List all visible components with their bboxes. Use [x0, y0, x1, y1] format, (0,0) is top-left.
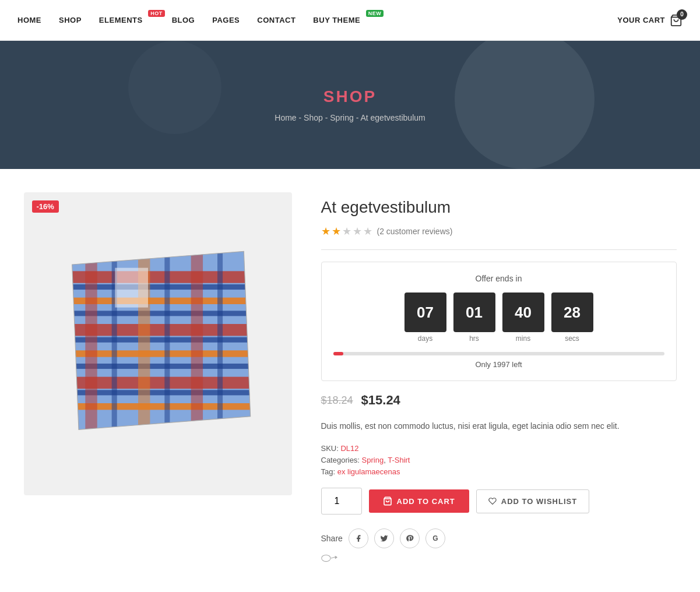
hero-banner: SHOP Home - Shop - Spring - At egetvesti… — [0, 41, 700, 169]
share-google-button[interactable]: G — [425, 528, 445, 548]
new-price: $15.24 — [361, 393, 400, 408]
stock-progress-bar — [333, 352, 664, 355]
tag-value[interactable]: ex ligulamaecenas — [337, 467, 400, 476]
category-tshirt[interactable]: T-Shirt — [388, 456, 410, 464]
cart-label: YOUR CART — [617, 16, 665, 24]
timer-blocks: 07 days 01 hrs 40 mins 28 secs — [333, 293, 664, 343]
tag-label: Tag: — [321, 467, 336, 476]
tag-row: Tag: ex ligulamaecenas — [321, 467, 677, 476]
nav-items: HOME SHOP ELEMENTS Hot BLOG PAGES CONTAC… — [17, 16, 617, 24]
svg-rect-15 — [85, 245, 97, 443]
timer-secs: 28 secs — [551, 293, 593, 343]
google-icon: G — [432, 534, 438, 542]
svg-line-30 — [189, 245, 191, 253]
timer-mins: 40 mins — [502, 293, 544, 343]
product-meta: SKU: DL12 Categories: Spring, T-Shirt Ta… — [321, 444, 677, 476]
offer-box: Offer ends in 07 days 01 hrs 40 mins 28 … — [321, 262, 677, 381]
nav-item-pages[interactable]: PAGES — [212, 16, 240, 24]
svg-line-31 — [245, 283, 256, 284]
heart-icon — [488, 497, 497, 505]
pinterest-icon — [406, 534, 414, 542]
share-twitter-button[interactable] — [374, 528, 394, 548]
timer-secs-number: 28 — [551, 293, 593, 332]
navbar: HOME SHOP ELEMENTS Hot BLOG PAGES CONTAC… — [0, 0, 700, 41]
email-icon — [321, 553, 337, 563]
offer-label: Offer ends in — [333, 274, 664, 283]
share-label: Share — [321, 534, 343, 543]
category-spring[interactable]: Spring — [362, 456, 384, 464]
categories-row: Categories: Spring, T-Shirt — [321, 456, 677, 464]
cart-icon-btn — [383, 496, 392, 506]
star-3: ★ — [342, 225, 351, 238]
svg-point-38 — [321, 555, 330, 562]
breadcrumb-spring[interactable]: Spring — [330, 113, 353, 122]
timer-days: 07 days — [404, 293, 446, 343]
nav-item-shop[interactable]: SHOP — [59, 16, 82, 24]
categories-label: Categories: — [321, 456, 360, 464]
svg-line-32 — [247, 303, 257, 304]
svg-line-25 — [124, 245, 125, 258]
add-cart-row: ADD TO CART ADD TO WISHLIST — [321, 488, 677, 515]
timer-hrs-number: 01 — [453, 293, 495, 332]
badge-new: New — [366, 10, 384, 17]
divider — [321, 249, 677, 250]
svg-line-24 — [110, 245, 111, 259]
timer-days-number: 07 — [404, 293, 446, 332]
sku-label: SKU: — [321, 444, 339, 453]
facebook-icon — [354, 534, 363, 542]
breadcrumb-home[interactable]: Home — [275, 113, 296, 122]
badge-hot: Hot — [148, 10, 165, 17]
svg-line-27 — [150, 245, 151, 255]
nav-item-elements[interactable]: ELEMENTS Hot — [99, 16, 154, 24]
svg-line-22 — [84, 248, 85, 263]
product-image-box — [24, 192, 292, 495]
product-area: -16% — [12, 192, 688, 563]
rating-row: ★ ★ ★ ★ ★ (2 customer reviews) — [321, 225, 677, 238]
product-title: At egetvestibulum — [321, 198, 677, 217]
svg-line-29 — [176, 245, 177, 253]
add-to-cart-button[interactable]: ADD TO CART — [369, 489, 469, 513]
share-facebook-button[interactable] — [349, 528, 368, 548]
nav-item-buy-theme[interactable]: BUY THEME New — [313, 16, 373, 24]
star-rating: ★ ★ ★ ★ ★ — [321, 225, 372, 238]
product-details-column: At egetvestibulum ★ ★ ★ ★ ★ (2 customer … — [321, 192, 677, 563]
svg-marker-39 — [335, 556, 337, 559]
review-count[interactable]: (2 customer reviews) — [377, 227, 453, 236]
svg-line-33 — [248, 323, 257, 324]
svg-line-23 — [97, 246, 98, 261]
svg-line-35 — [249, 362, 256, 364]
star-4: ★ — [353, 225, 362, 238]
add-to-wishlist-button[interactable]: ADD TO WISHLIST — [476, 489, 589, 513]
breadcrumb-current: At egetvestibulum — [360, 113, 425, 122]
product-description: Duis mollis, est non commodo luctus, nis… — [321, 420, 677, 432]
svg-line-28 — [163, 245, 164, 254]
wishlist-label: ADD TO WISHLIST — [501, 497, 577, 506]
cart-icon-wrapper: 0 — [670, 14, 683, 27]
email-share-row[interactable] — [321, 553, 677, 563]
svg-line-26 — [136, 245, 138, 256]
stock-text: Only 1997 left — [333, 360, 664, 369]
nav-item-blog[interactable]: BLOG — [172, 16, 195, 24]
cart-count: 0 — [677, 9, 687, 20]
add-to-cart-label: ADD TO CART — [397, 497, 455, 506]
timer-mins-label: mins — [516, 334, 530, 343]
cart-button[interactable]: YOUR CART 0 — [617, 14, 683, 27]
discount-badge: -16% — [32, 200, 59, 213]
sku-value[interactable]: DL12 — [340, 444, 358, 453]
star-2: ★ — [332, 225, 341, 238]
product-image-column: -16% — [24, 192, 292, 563]
svg-rect-19 — [191, 245, 202, 443]
timer-hrs: 01 hrs — [453, 293, 495, 343]
svg-line-34 — [249, 343, 257, 344]
timer-secs-label: secs — [565, 334, 579, 343]
price-row: $18.24 $15.24 — [321, 393, 677, 408]
quantity-input[interactable] — [321, 488, 362, 515]
svg-rect-20 — [217, 245, 223, 443]
timer-days-label: days — [418, 334, 432, 343]
breadcrumb-shop[interactable]: Shop — [304, 113, 323, 122]
share-pinterest-button[interactable] — [400, 528, 420, 548]
nav-item-contact[interactable]: CONTACT — [257, 16, 296, 24]
twitter-icon — [380, 534, 388, 542]
nav-item-home[interactable]: HOME — [17, 16, 41, 24]
star-1: ★ — [321, 225, 330, 238]
